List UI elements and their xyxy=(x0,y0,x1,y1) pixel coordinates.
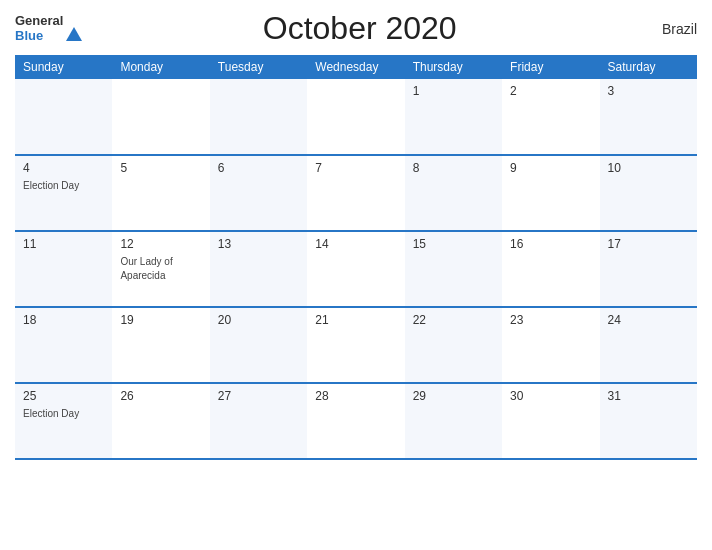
calendar-cell: 19 xyxy=(112,307,209,383)
day-number: 25 xyxy=(23,389,104,403)
col-sunday: Sunday xyxy=(15,55,112,79)
event-label: Election Day xyxy=(23,408,79,419)
calendar-cell: 12Our Lady of Aparecida xyxy=(112,231,209,307)
calendar-cell xyxy=(112,79,209,155)
col-thursday: Thursday xyxy=(405,55,502,79)
col-wednesday: Wednesday xyxy=(307,55,404,79)
calendar-cell: 25Election Day xyxy=(15,383,112,459)
col-tuesday: Tuesday xyxy=(210,55,307,79)
day-number: 23 xyxy=(510,313,591,327)
calendar-week-row: 1112Our Lady of Aparecida1314151617 xyxy=(15,231,697,307)
calendar-cell: 20 xyxy=(210,307,307,383)
calendar-cell: 31 xyxy=(600,383,697,459)
calendar-cell: 28 xyxy=(307,383,404,459)
day-number: 7 xyxy=(315,161,396,175)
calendar-cell: 2 xyxy=(502,79,599,155)
header: General Blue October 2020 Brazil xyxy=(15,10,697,47)
calendar-cell: 13 xyxy=(210,231,307,307)
calendar-cell: 15 xyxy=(405,231,502,307)
event-label: Our Lady of Aparecida xyxy=(120,256,172,281)
day-number: 14 xyxy=(315,237,396,251)
calendar-cell: 4Election Day xyxy=(15,155,112,231)
day-number: 17 xyxy=(608,237,689,251)
day-number: 21 xyxy=(315,313,396,327)
day-number: 22 xyxy=(413,313,494,327)
calendar-week-row: 4Election Day5678910 xyxy=(15,155,697,231)
calendar-cell: 17 xyxy=(600,231,697,307)
calendar-cell: 16 xyxy=(502,231,599,307)
day-number: 1 xyxy=(413,84,494,98)
day-number: 12 xyxy=(120,237,201,251)
day-number: 11 xyxy=(23,237,104,251)
day-number: 4 xyxy=(23,161,104,175)
weekday-header-row: Sunday Monday Tuesday Wednesday Thursday… xyxy=(15,55,697,79)
calendar-week-row: 25Election Day262728293031 xyxy=(15,383,697,459)
calendar-cell: 21 xyxy=(307,307,404,383)
calendar-cell: 9 xyxy=(502,155,599,231)
day-number: 16 xyxy=(510,237,591,251)
day-number: 6 xyxy=(218,161,299,175)
calendar-cell: 29 xyxy=(405,383,502,459)
day-number: 27 xyxy=(218,389,299,403)
day-number: 5 xyxy=(120,161,201,175)
calendar-cell: 23 xyxy=(502,307,599,383)
calendar-cell: 1 xyxy=(405,79,502,155)
day-number: 9 xyxy=(510,161,591,175)
calendar-cell: 24 xyxy=(600,307,697,383)
day-number: 20 xyxy=(218,313,299,327)
calendar-week-row: 123 xyxy=(15,79,697,155)
event-label: Election Day xyxy=(23,180,79,191)
day-number: 26 xyxy=(120,389,201,403)
calendar-cell: 22 xyxy=(405,307,502,383)
calendar-cell: 6 xyxy=(210,155,307,231)
day-number: 15 xyxy=(413,237,494,251)
col-friday: Friday xyxy=(502,55,599,79)
day-number: 2 xyxy=(510,84,591,98)
day-number: 19 xyxy=(120,313,201,327)
calendar-cell: 8 xyxy=(405,155,502,231)
day-number: 31 xyxy=(608,389,689,403)
calendar-cell: 26 xyxy=(112,383,209,459)
calendar-cell xyxy=(307,79,404,155)
day-number: 29 xyxy=(413,389,494,403)
calendar-page: General Blue October 2020 Brazil Sunday … xyxy=(0,0,712,550)
day-number: 30 xyxy=(510,389,591,403)
calendar-cell: 11 xyxy=(15,231,112,307)
calendar-cell: 30 xyxy=(502,383,599,459)
logo: General Blue xyxy=(15,14,82,43)
calendar-cell: 18 xyxy=(15,307,112,383)
calendar-cell xyxy=(210,79,307,155)
calendar-body: 1234Election Day56789101112Our Lady of A… xyxy=(15,79,697,459)
logo-general-text: General xyxy=(15,14,63,28)
day-number: 8 xyxy=(413,161,494,175)
day-number: 10 xyxy=(608,161,689,175)
calendar-cell: 7 xyxy=(307,155,404,231)
calendar-cell: 3 xyxy=(600,79,697,155)
calendar-week-row: 18192021222324 xyxy=(15,307,697,383)
day-number: 3 xyxy=(608,84,689,98)
calendar-cell: 5 xyxy=(112,155,209,231)
country-label: Brazil xyxy=(637,21,697,37)
day-number: 18 xyxy=(23,313,104,327)
col-saturday: Saturday xyxy=(600,55,697,79)
calendar-table: Sunday Monday Tuesday Wednesday Thursday… xyxy=(15,55,697,460)
calendar-cell: 27 xyxy=(210,383,307,459)
logo-triangle-icon xyxy=(66,27,82,41)
calendar-cell xyxy=(15,79,112,155)
calendar-cell: 14 xyxy=(307,231,404,307)
calendar-cell: 10 xyxy=(600,155,697,231)
day-number: 28 xyxy=(315,389,396,403)
day-number: 13 xyxy=(218,237,299,251)
day-number: 24 xyxy=(608,313,689,327)
logo-blue-text: Blue xyxy=(15,29,63,43)
calendar-title: October 2020 xyxy=(82,10,637,47)
calendar-header: Sunday Monday Tuesday Wednesday Thursday… xyxy=(15,55,697,79)
col-monday: Monday xyxy=(112,55,209,79)
